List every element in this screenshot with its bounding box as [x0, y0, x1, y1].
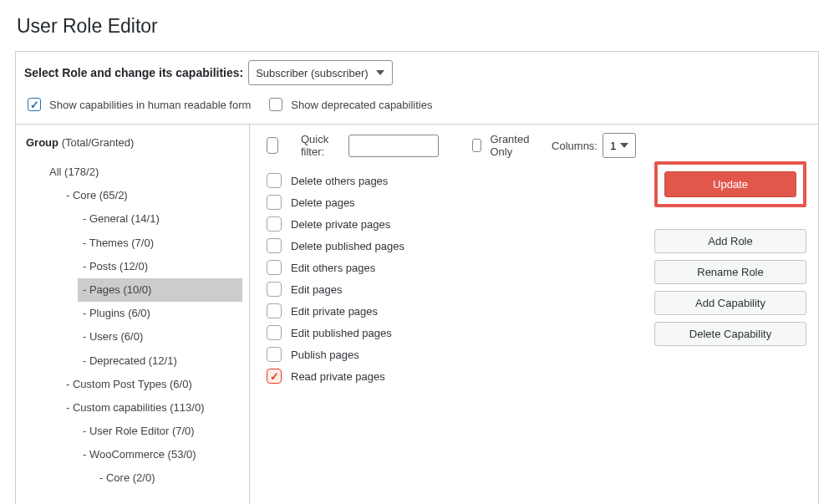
- role-select[interactable]: Subscriber (subscriber): [248, 60, 393, 85]
- capability-checkbox[interactable]: [267, 260, 282, 275]
- role-select-label: Select Role and change its capabilities:: [24, 66, 243, 79]
- filter-row: Quick filter: Granted Only Columns: 1: [263, 133, 636, 158]
- sidebar-item[interactable]: - Core (65/2): [61, 184, 249, 207]
- capability-item[interactable]: Edit private pages: [263, 300, 636, 322]
- granted-only-checkbox[interactable]: [472, 139, 481, 152]
- capability-label: Delete pages: [291, 196, 355, 209]
- sidebar-item[interactable]: - Deprecated (12/1): [78, 349, 249, 373]
- sidebar-item[interactable]: - Plugins (6/0): [78, 302, 249, 325]
- capability-item[interactable]: Read private pages: [263, 365, 636, 387]
- capability-checkbox[interactable]: [267, 347, 282, 362]
- capability-checkbox[interactable]: [267, 173, 282, 188]
- options-row: Show capabilities in human readable form…: [16, 92, 818, 125]
- group-sidebar: Group (Total/Granted) All (178/2)- Core …: [16, 125, 250, 504]
- sidebar-item[interactable]: - General (14/1): [78, 207, 249, 231]
- capability-label: Edit others pages: [291, 262, 375, 274]
- capability-item[interactable]: Publish pages: [263, 344, 636, 365]
- capability-item[interactable]: Edit published pages: [263, 322, 636, 344]
- capability-item[interactable]: Delete published pages: [263, 235, 636, 257]
- capability-label: Delete others pages: [291, 175, 388, 187]
- update-highlight-frame: Update: [654, 161, 806, 207]
- quick-filter-label: Quick filter:: [301, 133, 337, 158]
- capability-label: Edit pages: [291, 283, 342, 296]
- capabilities-column: Quick filter: Granted Only Columns: 1 De…: [250, 125, 646, 504]
- main-area: Quick filter: Granted Only Columns: 1 De…: [250, 125, 818, 504]
- capability-checkbox[interactable]: [267, 303, 282, 318]
- sidebar-item[interactable]: - Pages (10/0): [78, 278, 242, 302]
- capability-item[interactable]: Edit others pages: [263, 257, 636, 278]
- columns-control: Columns: 1: [552, 133, 636, 158]
- sidebar-item[interactable]: All (178/2): [44, 160, 249, 184]
- capability-list: Delete others pagesDelete pagesDelete pr…: [263, 170, 636, 387]
- group-header-suffix: (Total/Granted): [62, 136, 135, 149]
- capability-label: Delete private pages: [291, 218, 390, 231]
- add-capability-button[interactable]: Add Capability: [654, 291, 806, 315]
- group-tree: All (178/2)- Core (65/2)- General (14/1)…: [24, 160, 249, 491]
- capability-checkbox[interactable]: [267, 195, 282, 210]
- rename-role-button[interactable]: Rename Role: [654, 260, 806, 284]
- select-all-checkbox[interactable]: [267, 137, 278, 154]
- delete-capability-button[interactable]: Delete Capability: [654, 322, 806, 346]
- update-button[interactable]: Update: [664, 171, 796, 197]
- capability-label: Edit published pages: [291, 327, 392, 339]
- editor-body: Group (Total/Granted) All (178/2)- Core …: [16, 125, 818, 504]
- editor-panel: Select Role and change its capabilities:…: [15, 51, 819, 504]
- capability-checkbox[interactable]: [267, 325, 282, 340]
- columns-label: Columns:: [552, 140, 598, 152]
- capability-label: Edit private pages: [291, 305, 378, 318]
- group-header-label: Group: [26, 136, 58, 149]
- sidebar-item[interactable]: - Core (2/0): [94, 466, 249, 490]
- sidebar-item[interactable]: - Users (6/0): [78, 325, 249, 349]
- deprecated-option[interactable]: Show deprecated capabilities: [266, 95, 432, 114]
- role-select-row: Select Role and change its capabilities:…: [16, 52, 818, 92]
- deprecated-checkbox[interactable]: [269, 98, 282, 111]
- quick-filter-input[interactable]: [348, 135, 439, 157]
- actions-column: Update Add Role Rename Role Add Capabili…: [646, 125, 818, 504]
- add-role-button[interactable]: Add Role: [654, 229, 806, 253]
- deprecated-label: Show deprecated capabilities: [291, 99, 432, 111]
- capability-checkbox[interactable]: [267, 369, 282, 384]
- sidebar-item[interactable]: - User Role Editor (7/0): [78, 420, 249, 443]
- capability-checkbox[interactable]: [267, 238, 282, 253]
- capability-label: Delete published pages: [291, 240, 404, 252]
- granted-only-label: Granted Only: [490, 133, 533, 158]
- capability-label: Read private pages: [291, 370, 385, 383]
- human-readable-label: Show capabilities in human readable form: [49, 99, 251, 111]
- capability-item[interactable]: Edit pages: [263, 278, 636, 300]
- page-title: User Role Editor: [17, 15, 819, 38]
- group-header: Group (Total/Granted): [26, 136, 249, 149]
- human-readable-checkbox[interactable]: [28, 98, 41, 111]
- columns-select[interactable]: 1: [603, 133, 636, 158]
- granted-only-option[interactable]: Granted Only: [469, 133, 533, 158]
- human-readable-option[interactable]: Show capabilities in human readable form: [24, 95, 251, 114]
- sidebar-item[interactable]: - Themes (7/0): [78, 232, 249, 255]
- capability-item[interactable]: Delete private pages: [263, 213, 636, 235]
- capability-checkbox[interactable]: [267, 282, 282, 297]
- capability-item[interactable]: Delete pages: [263, 191, 636, 213]
- sidebar-item[interactable]: - WooCommerce (53/0): [78, 443, 249, 466]
- capability-item[interactable]: Delete others pages: [263, 170, 636, 191]
- sidebar-item[interactable]: - Custom Post Types (6/0): [61, 373, 249, 396]
- capability-label: Publish pages: [291, 349, 359, 361]
- sidebar-item[interactable]: - Custom capabilities (113/0): [61, 396, 249, 420]
- capability-checkbox[interactable]: [267, 216, 282, 232]
- sidebar-item[interactable]: - Posts (12/0): [78, 255, 249, 278]
